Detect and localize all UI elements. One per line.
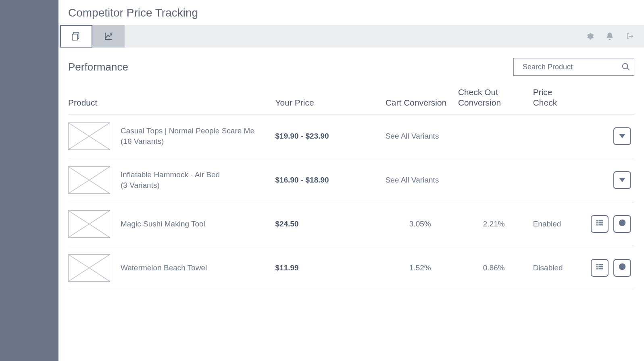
svg-rect-8: [596, 220, 598, 222]
svg-rect-12: [598, 222, 603, 224]
chart-view-button[interactable]: [613, 215, 631, 233]
table-row: Magic Sushi Making Tool$24.503.05%2.21%E…: [68, 202, 634, 246]
toolbar-actions: [585, 32, 644, 41]
checkout-conversion: 2.21%: [483, 220, 505, 228]
svg-rect-1: [72, 34, 77, 40]
logout-icon[interactable]: [625, 32, 634, 41]
list-view-button[interactable]: [591, 259, 609, 277]
tab-overview[interactable]: [60, 25, 92, 48]
svg-rect-20: [598, 266, 603, 268]
svg-rect-13: [598, 224, 603, 226]
table-row: Watermelon Beach Towel$11.991.52%0.86%Di…: [68, 246, 634, 290]
toolbar: [58, 25, 644, 48]
table-header-row: Product Your Price Cart Conversion Check…: [68, 83, 634, 114]
section-title: Performance: [68, 61, 128, 73]
expand-variants-button[interactable]: [613, 127, 631, 145]
your-price: $24.50: [275, 220, 299, 228]
cart-conversion: 1.52%: [409, 263, 431, 272]
col-header-cart: Cart Conversion: [386, 83, 458, 114]
product-name: Magic Sushi Making Tool: [121, 219, 205, 229]
product-name: Watermelon Beach Towel: [121, 263, 207, 273]
section-header: Performance: [58, 48, 644, 76]
svg-rect-18: [596, 268, 598, 270]
product-thumbnail: [68, 210, 110, 238]
list-icon: [595, 262, 604, 273]
table-row: Inflatable Hammock - Air Bed(3 Variants)…: [68, 158, 634, 202]
col-header-price-check: Price Check: [533, 83, 581, 114]
product-thumbnail: [68, 122, 110, 150]
col-header-price: Your Price: [275, 83, 386, 114]
caret-down-icon: [619, 134, 625, 138]
checkout-conversion: 0.86%: [483, 263, 505, 272]
performance-table: Product Your Price Cart Conversion Check…: [68, 83, 634, 290]
price-check-status: Enabled: [533, 220, 561, 228]
search-icon[interactable]: [621, 62, 630, 71]
product-name: Inflatable Hammock - Air Bed(3 Variants): [121, 170, 220, 190]
list-view-button[interactable]: [591, 215, 609, 233]
svg-rect-21: [598, 268, 603, 270]
svg-rect-11: [598, 220, 603, 222]
documents-icon: [71, 31, 81, 41]
col-header-actions: [581, 83, 634, 114]
col-header-product: Product: [68, 83, 275, 114]
gear-icon[interactable]: [585, 32, 594, 41]
page-title: Competitor Price Tracking: [58, 0, 644, 25]
product-thumbnail: [68, 166, 110, 194]
svg-rect-17: [596, 266, 598, 268]
your-price: $16.90 - $18.90: [275, 176, 329, 184]
chart-view-button[interactable]: [613, 259, 631, 277]
svg-rect-9: [596, 222, 598, 224]
sidebar: [0, 0, 58, 361]
pie-chart-icon: [618, 262, 627, 273]
chart-line-icon: [104, 31, 113, 41]
table-row: Casual Tops | Normal People Scare Me(16 …: [68, 114, 634, 158]
see-all-variants-link[interactable]: See All Variants: [386, 176, 439, 184]
your-price: $19.90 - $23.90: [275, 132, 329, 140]
see-all-variants-link[interactable]: See All Variants: [386, 132, 439, 140]
product-name: Casual Tops | Normal People Scare Me(16 …: [121, 126, 254, 146]
col-header-checkout: Check Out Conversion: [458, 83, 533, 114]
tab-analytics[interactable]: [92, 25, 125, 48]
svg-rect-19: [598, 264, 603, 266]
svg-rect-16: [596, 264, 598, 266]
expand-variants-button[interactable]: [613, 171, 631, 189]
search-wrap: [513, 58, 634, 76]
your-price: $11.99: [275, 263, 299, 272]
svg-rect-10: [596, 224, 598, 226]
product-thumbnail: [68, 254, 110, 282]
pie-chart-icon: [618, 218, 627, 229]
main-content: Competitor Price Tracking: [58, 0, 644, 361]
price-check-status: Disabled: [533, 263, 563, 272]
caret-down-icon: [619, 178, 625, 182]
search-input[interactable]: [513, 58, 634, 76]
view-tabs: [58, 25, 125, 48]
list-icon: [595, 218, 604, 229]
cart-conversion: 3.05%: [409, 220, 431, 228]
bell-icon[interactable]: [605, 32, 614, 41]
